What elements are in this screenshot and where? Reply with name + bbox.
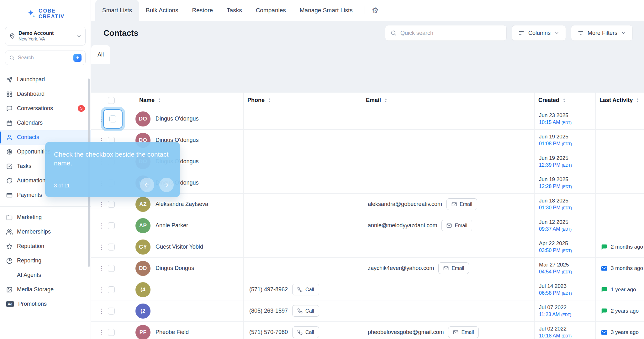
gear-icon[interactable]: ⚙ xyxy=(370,5,381,16)
sidebar-item-calendars[interactable]: Calendars xyxy=(0,116,91,130)
contact-cell[interactable]: DD Dingus Dongus xyxy=(135,258,243,279)
tab-restore[interactable]: Restore xyxy=(185,0,220,21)
drag-handle-icon[interactable]: ⋮ xyxy=(98,308,102,314)
sidebar-item-memberships[interactable]: Memberships xyxy=(0,225,91,239)
phone-cell xyxy=(243,130,362,151)
sidebar-item-reporting[interactable]: Reporting xyxy=(0,254,91,268)
row-checkbox[interactable] xyxy=(108,201,115,208)
highlighted-checkbox[interactable] xyxy=(103,109,123,129)
column-header-last-activity[interactable]: Last Activity xyxy=(595,93,644,108)
call-button[interactable]: Call xyxy=(292,326,319,338)
tooltip-step-counter: 3 of 11 xyxy=(54,182,70,190)
drag-handle-icon[interactable]: ⋮ xyxy=(98,265,102,272)
row-checkbox[interactable] xyxy=(108,329,115,336)
quick-search[interactable] xyxy=(385,25,507,41)
created-time: 10:18 AM (EDT) xyxy=(539,333,572,339)
sort-icon[interactable] xyxy=(562,98,567,103)
row-checkbox[interactable] xyxy=(108,222,115,229)
sidebar-item-conversations[interactable]: Conversations 5 xyxy=(0,101,91,116)
created-cell: Jul 14 2023 06:58 PM (EDT) xyxy=(534,279,595,300)
email-button[interactable]: Email xyxy=(438,262,469,274)
email-button[interactable]: Email xyxy=(441,220,472,231)
phone-number: (805) 263-1597 xyxy=(249,308,288,314)
select-all-checkbox[interactable] xyxy=(108,97,115,104)
sidebar-item-dashboard[interactable]: Dashboard xyxy=(0,87,91,101)
ai-assist-icon[interactable] xyxy=(73,54,82,62)
column-header-email[interactable]: Email xyxy=(362,93,534,108)
sort-icon[interactable] xyxy=(383,98,388,103)
arrow-left-icon xyxy=(144,182,150,188)
chevron-down-icon xyxy=(621,30,626,35)
chat-activity-icon xyxy=(601,244,608,250)
chevron-down-icon xyxy=(77,34,82,39)
quick-search-input[interactable] xyxy=(400,30,501,36)
row-checkbox[interactable] xyxy=(108,286,115,293)
prev-step-button[interactable] xyxy=(140,178,154,192)
automation-icon xyxy=(6,178,13,184)
email-address: aleksandra@gobecreativ.com xyxy=(368,201,442,207)
columns-button[interactable]: Columns xyxy=(512,25,566,41)
users-icon xyxy=(6,229,13,235)
sidebar-item-launchpad[interactable]: Launchpad xyxy=(0,73,91,87)
row-checkbox[interactable] xyxy=(108,244,115,250)
row-checkbox[interactable] xyxy=(108,265,115,272)
email-button[interactable]: Email xyxy=(448,326,479,338)
contact-avatar: GY xyxy=(135,239,150,255)
table-row: ⋮ DO Dingus O'dongus Jun 23 2025 10:15 A… xyxy=(91,108,644,130)
account-switcher[interactable]: Demo Account New York, VA xyxy=(5,27,86,46)
contact-cell[interactable]: (4 xyxy=(135,279,243,300)
sidebar-item-ai-agents[interactable]: AI Agents xyxy=(0,268,91,282)
column-header-phone[interactable]: Phone xyxy=(243,93,362,108)
sidebar-item-marketing[interactable]: Marketing xyxy=(0,210,91,225)
sidebar-item-label: Reputation xyxy=(17,243,44,250)
call-button[interactable]: Call xyxy=(292,284,319,295)
drag-handle-icon[interactable]: ⋮ xyxy=(98,244,102,250)
drag-handle-icon[interactable]: ⋮ xyxy=(98,329,102,336)
last-activity-cell: 3 years ago xyxy=(595,322,644,339)
more-filters-button[interactable]: More Filters xyxy=(571,25,633,41)
last-activity-cell: 3 months ago xyxy=(595,258,644,279)
sidebar-item-label: Payments xyxy=(17,192,42,198)
tab-smart-lists[interactable]: Smart Lists xyxy=(95,0,139,21)
tab-all[interactable]: All xyxy=(91,45,110,64)
sort-icon[interactable] xyxy=(267,98,272,103)
contact-avatar: AP xyxy=(135,218,150,233)
contact-cell[interactable]: (2 xyxy=(135,300,243,321)
chat-activity-icon xyxy=(601,286,608,293)
phone-number: (571) 570-7980 xyxy=(249,329,288,336)
sidebar-search-input[interactable] xyxy=(18,55,70,61)
row-checkbox[interactable] xyxy=(109,116,116,122)
sidebar-item-label: Dashboard xyxy=(17,91,45,97)
next-step-button[interactable] xyxy=(159,178,174,192)
column-label: Last Activity xyxy=(599,97,633,104)
created-cell: Jul 02 2022 10:18 AM (EDT) xyxy=(534,322,595,339)
drag-handle-icon[interactable]: ⋮ xyxy=(98,287,102,293)
sidebar-item-promotions[interactable]: Ad Promotions xyxy=(0,297,91,311)
tab-companies[interactable]: Companies xyxy=(249,0,293,21)
page-title: Contacts xyxy=(103,28,138,38)
sidebar-item-media-storage[interactable]: Media Storage xyxy=(0,282,91,297)
column-header-created[interactable]: Created xyxy=(534,93,595,108)
sidebar-item-reputation[interactable]: Reputation xyxy=(0,239,91,254)
row-checkbox[interactable] xyxy=(108,308,115,315)
contact-cell[interactable]: GY Guest Visitor Yobld xyxy=(135,236,243,257)
drag-handle-icon[interactable]: ⋮ xyxy=(98,116,102,122)
created-date: Jun 19 2025 xyxy=(539,155,568,161)
created-cell: Jul 07 2022 11:23 AM (EDT) xyxy=(534,300,595,321)
contact-cell[interactable]: DO Dingus O'dongus xyxy=(135,108,243,129)
tab-manage-smart-lists[interactable]: Manage Smart Lists xyxy=(293,0,360,21)
contact-cell[interactable]: PF Pheobe Field xyxy=(135,322,243,339)
sort-icon[interactable] xyxy=(635,98,640,103)
call-button[interactable]: Call xyxy=(292,305,319,317)
sidebar-search[interactable] xyxy=(5,51,86,65)
sort-icon[interactable] xyxy=(157,98,162,103)
drag-handle-icon[interactable]: ⋮ xyxy=(98,223,102,229)
contact-cell[interactable]: AP Annie Parker xyxy=(135,215,243,236)
email-button[interactable]: Email xyxy=(446,198,477,210)
column-header-name[interactable]: Name xyxy=(135,93,243,108)
tab-tasks[interactable]: Tasks xyxy=(220,0,249,21)
contact-avatar: DO xyxy=(135,111,150,126)
tab-bulk-actions[interactable]: Bulk Actions xyxy=(139,0,185,21)
brand-name: GOBE CREATIV xyxy=(39,8,65,19)
drag-handle-icon[interactable]: ⋮ xyxy=(98,201,102,207)
